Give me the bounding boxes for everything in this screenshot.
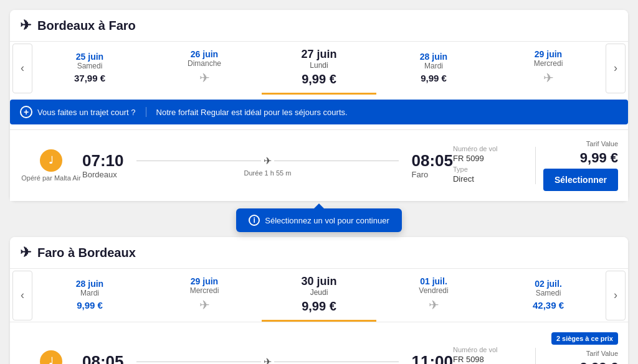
section1-type-label: Type bbox=[453, 166, 528, 173]
section1-flight-number-label: Numéro de vol bbox=[453, 145, 528, 152]
info-banner: + Vous faites un trajet court ? Notre fo… bbox=[10, 100, 628, 124]
section2-route-line: ✈ bbox=[136, 356, 399, 365]
section2-arrival-time: 11:00 bbox=[411, 353, 453, 365]
section2-date-price-4: 42,39 € bbox=[533, 300, 564, 310]
section1-price-select: Tarif Value 9,99 € Sélectionner bbox=[543, 140, 618, 191]
section1-dates: 25 juin Samedi 37,99 € 26 juin Dimanche … bbox=[32, 42, 606, 95]
ryanair-logo-2: ♩ bbox=[40, 350, 62, 364]
section1-flight-line: ✈ Durée 1 h 55 m bbox=[129, 155, 407, 177]
section1-date-noprice-4: ✈ bbox=[543, 70, 554, 85]
section2-date-strip: ‹ 28 juin Mardi 9,99 € 29 juin Mercredi … bbox=[10, 268, 628, 322]
section1-divider bbox=[535, 147, 536, 184]
section2-date-item-3[interactable]: 01 juil. Vendredi ✈ bbox=[376, 269, 491, 322]
section1-select-button[interactable]: Sélectionner bbox=[543, 169, 618, 191]
section1-date-item-4[interactable]: 29 juin Mercredi ✈ bbox=[491, 42, 606, 95]
svg-text:♩: ♩ bbox=[49, 355, 54, 364]
section1-plane-mid-icon: ✈ bbox=[264, 155, 272, 167]
section2-date-item-4[interactable]: 02 juil. Samedi 42,39 € bbox=[491, 269, 606, 322]
banner-question: Vous faites un trajet court ? bbox=[37, 108, 136, 117]
section1-date-noprice-1: ✈ bbox=[199, 70, 210, 85]
section1-date-weekday-1: Dimanche bbox=[188, 59, 221, 68]
section2-date-item-2[interactable]: 30 juin Jeudi 9,99 € bbox=[262, 269, 376, 322]
banner-answer: Notre forfait Regular est idéal pour les… bbox=[156, 108, 348, 117]
tooltip-container: i Sélectionnez un vol pour continuer bbox=[10, 208, 628, 232]
section2-date-day-2: 30 juin bbox=[301, 275, 336, 288]
section1-date-item-1[interactable]: 26 juin Dimanche ✈ bbox=[147, 42, 262, 95]
section1-operated-label: Opéré par Malta Air bbox=[21, 174, 80, 182]
section2-next-nav[interactable]: › bbox=[606, 271, 626, 320]
section1-arrival: 08:05 Faro bbox=[411, 152, 453, 179]
section2-tarif-label: Tarif Value bbox=[586, 350, 618, 357]
svg-text:♩: ♩ bbox=[49, 154, 54, 166]
plus-icon: + bbox=[20, 106, 32, 118]
section2-line-left bbox=[136, 362, 261, 362]
section2-date-item-1[interactable]: 29 juin Mercredi ✈ bbox=[147, 269, 262, 322]
section1-date-day-1: 26 juin bbox=[191, 49, 218, 59]
section1-next-nav[interactable]: › bbox=[606, 44, 626, 93]
section2-header: ✈ Faro à Bordeaux bbox=[10, 237, 628, 268]
tooltip-bubble: i Sélectionnez un vol pour continuer bbox=[236, 208, 401, 232]
section1-date-day-4: 29 juin bbox=[535, 49, 562, 59]
section2-date-day-3: 01 juil. bbox=[420, 276, 447, 286]
section2-date-day-0: 28 juin bbox=[76, 279, 103, 289]
arrival-plane-icon: ✈ bbox=[20, 245, 31, 261]
section2-flight-row: ♩ Opéré par Malta Air 08:05 Faro ✈ Durée… bbox=[10, 322, 628, 364]
section2-date-weekday-2: Jeudi bbox=[310, 288, 328, 297]
section2-operator: ♩ Opéré par Malta Air bbox=[20, 350, 82, 364]
section1-departure-time: 07:10 bbox=[82, 152, 124, 169]
section2-divider bbox=[535, 348, 536, 364]
section1-price: 9,99 € bbox=[580, 150, 618, 166]
section2-date-weekday-1: Mercredi bbox=[190, 286, 219, 295]
section1-departure: 07:10 Bordeaux bbox=[82, 152, 124, 179]
section2-departure: 08:05 Faro bbox=[82, 353, 124, 365]
ryanair-logo: ♩ bbox=[40, 149, 62, 172]
section2-title: Faro à Bordeaux bbox=[37, 246, 136, 260]
departure-plane-icon: ✈ bbox=[20, 17, 31, 34]
section1-operator: ♩ Opéré par Malta Air bbox=[20, 149, 82, 182]
section2-flight-number-value: FR 5098 bbox=[453, 355, 528, 364]
section1-date-item-3[interactable]: 28 juin Mardi 9,99 € bbox=[376, 42, 491, 95]
section1-date-day-2: 27 juin bbox=[301, 48, 336, 61]
section2-prev-nav[interactable]: ‹ bbox=[12, 271, 32, 320]
section1-tarif-label: Tarif Value bbox=[586, 140, 618, 147]
section2-date-price-2: 9,99 € bbox=[302, 299, 336, 314]
section2-flight-number-item: Numéro de vol FR 5098 bbox=[453, 346, 528, 364]
section1-date-item-2[interactable]: 27 juin Lundi 9,99 € bbox=[262, 42, 376, 95]
section2-price-select: 2 sièges à ce prix Tarif Value 9,99 € Sé… bbox=[543, 332, 618, 364]
section1-line-left bbox=[136, 161, 261, 161]
banner-separator bbox=[146, 107, 146, 117]
section1-date-weekday-0: Samedi bbox=[77, 62, 103, 70]
section2-price: 9,99 € bbox=[580, 360, 618, 364]
section1-title: Bordeaux à Faro bbox=[37, 19, 136, 33]
section1-type-item: Type Direct bbox=[453, 166, 528, 184]
section1-date-price-3: 9,99 € bbox=[421, 73, 447, 83]
section2-flight-times: 08:05 Faro ✈ Durée 1 h 55 m 11:00 Bordea… bbox=[82, 353, 453, 365]
section2-line-right bbox=[274, 362, 399, 362]
section-faro-bordeaux: ✈ Faro à Bordeaux ‹ 28 juin Mardi 9,99 €… bbox=[10, 237, 628, 364]
section2-date-weekday-0: Mardi bbox=[80, 289, 99, 297]
section1-arrival-time: 08:05 bbox=[411, 152, 453, 169]
section1-date-day-3: 28 juin bbox=[420, 52, 447, 62]
section1-date-item-0[interactable]: 25 juin Samedi 37,99 € bbox=[32, 42, 147, 95]
section2-date-day-4: 02 juil. bbox=[535, 279, 562, 289]
tooltip-info-icon: i bbox=[249, 215, 260, 226]
section1-date-day-0: 25 juin bbox=[76, 52, 103, 62]
section2-departure-time: 08:05 bbox=[82, 353, 124, 365]
section1-date-strip: ‹ 25 juin Samedi 37,99 € 26 juin Dimanch… bbox=[10, 41, 628, 95]
section1-flight-info: Numéro de vol FR 5099 Type Direct bbox=[453, 145, 528, 186]
section2-plane-mid-icon: ✈ bbox=[264, 356, 272, 365]
section2-flight-line: ✈ Durée 1 h 55 m bbox=[129, 356, 407, 365]
section1-arrival-city: Faro bbox=[411, 170, 428, 179]
section2-date-weekday-4: Samedi bbox=[536, 289, 561, 297]
section2-arrival: 11:00 Bordeaux bbox=[411, 353, 453, 365]
section1-date-weekday-2: Lundi bbox=[310, 61, 328, 70]
section2-dates: 28 juin Mardi 9,99 € 29 juin Mercredi ✈ … bbox=[32, 269, 606, 322]
section2-date-noprice-1: ✈ bbox=[199, 297, 210, 312]
section2-date-price-0: 9,99 € bbox=[77, 300, 103, 310]
section1-flight-number-value: FR 5099 bbox=[453, 154, 528, 163]
section1-date-price-0: 37,99 € bbox=[74, 73, 105, 83]
section1-prev-nav[interactable]: ‹ bbox=[12, 44, 32, 93]
section1-header: ✈ Bordeaux à Faro bbox=[10, 10, 628, 41]
section2-date-item-0[interactable]: 28 juin Mardi 9,99 € bbox=[32, 269, 147, 322]
section1-route-line: ✈ bbox=[136, 155, 399, 167]
